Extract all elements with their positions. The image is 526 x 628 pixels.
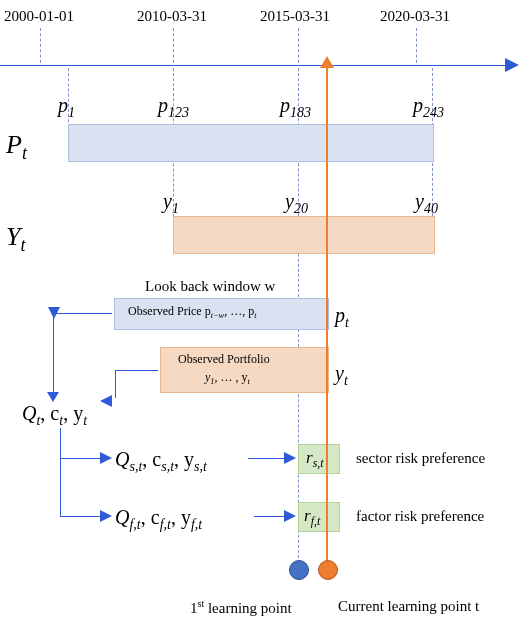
date-1: 2000-01-01 <box>4 8 74 25</box>
observed-price-text: Observed Price pt−w, …, pt <box>128 304 257 320</box>
branch-vert-sector <box>60 428 61 458</box>
Yt-label: Yt <box>6 222 26 256</box>
current-learning-circle <box>318 560 338 580</box>
diagram-root: 2000-01-01 2010-03-31 2015-03-31 2020-03… <box>0 0 526 628</box>
p1-label: p1 <box>58 94 75 121</box>
branch-horiz-sector <box>60 458 102 459</box>
vline-date4-short <box>416 28 417 63</box>
sector-expr: Qs,t, cs,t, ys,t <box>115 448 207 475</box>
vline-date2-short <box>173 28 174 63</box>
rf-text: rf,t <box>304 506 320 529</box>
arrow-to-rf <box>254 516 286 517</box>
arrow-to-rs <box>248 458 286 459</box>
y20-label: y20 <box>285 190 308 217</box>
arrow-right-rf-icon <box>284 510 296 522</box>
factor-label: factor risk preference <box>356 508 484 525</box>
p123-label: p123 <box>158 94 189 121</box>
arrow-up-icon <box>320 56 334 68</box>
pt-right-label: pt <box>335 304 349 331</box>
elbow-horiz <box>115 370 158 371</box>
svg-marker-0 <box>505 58 519 72</box>
svg-marker-2 <box>100 395 112 407</box>
p183-label: p183 <box>280 94 311 121</box>
svg-marker-5 <box>284 452 296 464</box>
svg-marker-3 <box>47 392 59 402</box>
branch-vert-factor <box>60 458 61 516</box>
svg-marker-1 <box>48 307 60 319</box>
arrow-down-icon <box>47 392 59 402</box>
arrow-right-rs-icon <box>284 452 296 464</box>
arrow-right-sector-icon <box>100 452 112 464</box>
date-2: 2010-03-31 <box>137 8 207 25</box>
observed-portfolio-title: Observed Portfolio <box>178 352 270 367</box>
arrow-into-q-icon <box>100 395 118 407</box>
first-learning-circle <box>289 560 309 580</box>
factor-expr: Qf,t, cf,t, yf,t <box>115 506 202 533</box>
time-axis <box>0 65 510 66</box>
svg-marker-8 <box>320 56 334 68</box>
portfolio-series-bar <box>173 216 435 254</box>
down-to-q-line <box>53 318 54 394</box>
svg-marker-4 <box>100 452 112 464</box>
arrow-right-icon <box>505 58 525 72</box>
arrow-to-price <box>54 313 112 314</box>
date-4: 2020-03-31 <box>380 8 450 25</box>
elbow-vert <box>115 370 116 398</box>
branch-horiz-factor <box>60 516 102 517</box>
current-point-line <box>326 65 328 568</box>
first-learning-label: 1st learning point <box>190 598 292 617</box>
vline-date1-short <box>40 28 41 63</box>
q-c-y-label: Qt, ct, yt <box>22 402 87 429</box>
svg-marker-7 <box>284 510 296 522</box>
svg-marker-6 <box>100 510 112 522</box>
lookback-title: Look back window w <box>145 278 275 295</box>
arrow-tip-down-icon <box>48 307 60 319</box>
yt-right-label: yt <box>335 362 348 389</box>
rs-text: rs,t <box>306 448 324 471</box>
current-learning-label: Current learning point t <box>338 598 479 615</box>
y1-label: y1 <box>163 190 179 217</box>
price-series-bar <box>68 124 434 162</box>
y40-label: y40 <box>415 190 438 217</box>
p243-label: p243 <box>413 94 444 121</box>
date-3: 2015-03-31 <box>260 8 330 25</box>
observed-portfolio-items: y1, … , yt <box>205 370 250 386</box>
arrow-right-factor-icon <box>100 510 112 522</box>
Pt-label: Pt <box>6 130 27 164</box>
sector-label: sector risk preference <box>356 450 485 467</box>
vline-date3-short <box>298 28 299 63</box>
